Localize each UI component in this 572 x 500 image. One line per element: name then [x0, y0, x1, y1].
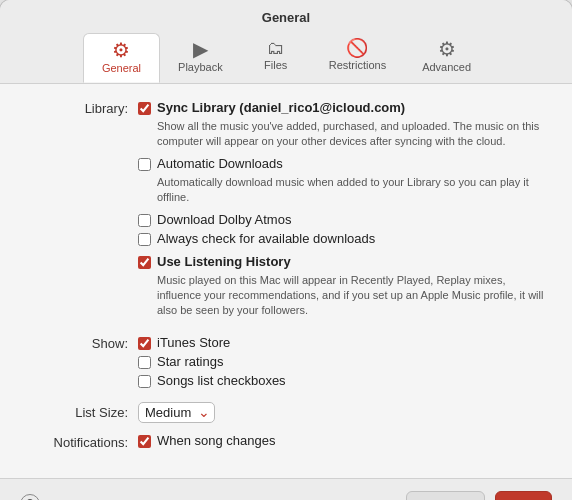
- notifications-control: When song changes: [138, 433, 544, 452]
- footer: ? Cancel OK: [0, 478, 572, 500]
- tab-general-label: General: [102, 62, 141, 74]
- sync-library-label: Sync Library (daniel_rico1@icloud.com): [157, 100, 405, 115]
- listening-history-row: Use Listening History: [138, 254, 544, 269]
- tab-playback-label: Playback: [178, 61, 223, 73]
- show-row: Show: iTunes Store Star ratings Songs li…: [28, 335, 544, 392]
- itunes-store-checkbox[interactable]: [138, 337, 151, 350]
- help-button[interactable]: ?: [20, 494, 40, 500]
- tab-advanced[interactable]: ⚙ Advanced: [404, 33, 489, 83]
- notifications-label: Notifications:: [28, 434, 138, 450]
- titlebar: General ⚙ General ▶ Playback 🗂 Files 🚫 R…: [0, 0, 572, 84]
- playback-icon: ▶: [193, 39, 208, 59]
- ok-button[interactable]: OK: [495, 491, 553, 500]
- settings-window: General ⚙ General ▶ Playback 🗂 Files 🚫 R…: [0, 0, 572, 500]
- auto-downloads-row: Automatic Downloads: [138, 156, 544, 171]
- dolby-checkbox[interactable]: [138, 214, 151, 227]
- list-size-row: List Size: Small Medium Large ⌄: [28, 402, 544, 423]
- notifications-row: Notifications: When song changes: [28, 433, 544, 452]
- auto-downloads-label: Automatic Downloads: [157, 156, 283, 171]
- song-changes-checkbox[interactable]: [138, 435, 151, 448]
- songs-checkboxes-checkbox[interactable]: [138, 375, 151, 388]
- tab-playback[interactable]: ▶ Playback: [160, 33, 241, 83]
- list-size-label: List Size:: [28, 404, 138, 420]
- auto-downloads-desc: Automatically download music when added …: [138, 175, 544, 206]
- itunes-store-row: iTunes Store: [138, 335, 544, 350]
- dolby-label: Download Dolby Atmos: [157, 212, 291, 227]
- show-controls: iTunes Store Star ratings Songs list che…: [138, 335, 544, 392]
- content-area: Library: Sync Library (daniel_rico1@iclo…: [0, 84, 572, 478]
- list-size-select-wrapper: Small Medium Large ⌄: [138, 402, 215, 423]
- available-downloads-row: Always check for available downloads: [138, 231, 544, 246]
- library-row: Library: Sync Library (daniel_rico1@iclo…: [28, 100, 544, 325]
- list-size-select[interactable]: Small Medium Large: [138, 402, 215, 423]
- star-ratings-row: Star ratings: [138, 354, 544, 369]
- library-controls: Sync Library (daniel_rico1@icloud.com) S…: [138, 100, 544, 325]
- tab-bar: ⚙ General ▶ Playback 🗂 Files 🚫 Restricti…: [83, 33, 489, 83]
- star-ratings-checkbox[interactable]: [138, 356, 151, 369]
- cancel-button[interactable]: Cancel: [406, 491, 484, 500]
- song-changes-row: When song changes: [138, 433, 544, 448]
- tab-general[interactable]: ⚙ General: [83, 33, 160, 83]
- songs-checkboxes-label: Songs list checkboxes: [157, 373, 286, 388]
- dolby-row: Download Dolby Atmos: [138, 212, 544, 227]
- list-size-control: Small Medium Large ⌄: [138, 402, 544, 423]
- available-downloads-label: Always check for available downloads: [157, 231, 375, 246]
- available-downloads-checkbox[interactable]: [138, 233, 151, 246]
- sync-library-checkbox[interactable]: [138, 102, 151, 115]
- advanced-icon: ⚙: [438, 39, 456, 59]
- song-changes-label: When song changes: [157, 433, 276, 448]
- listening-history-label: Use Listening History: [157, 254, 291, 269]
- tab-advanced-label: Advanced: [422, 61, 471, 73]
- footer-buttons: Cancel OK: [406, 491, 552, 500]
- files-icon: 🗂: [267, 39, 285, 57]
- listening-history-desc: Music played on this Mac will appear in …: [138, 273, 544, 319]
- show-label: Show:: [28, 335, 138, 351]
- itunes-store-label: iTunes Store: [157, 335, 230, 350]
- tab-files-label: Files: [264, 59, 287, 71]
- auto-downloads-checkbox[interactable]: [138, 158, 151, 171]
- tab-restrictions-label: Restrictions: [329, 59, 386, 71]
- sync-library-row: Sync Library (daniel_rico1@icloud.com): [138, 100, 544, 115]
- library-label: Library:: [28, 100, 138, 116]
- tab-restrictions[interactable]: 🚫 Restrictions: [311, 33, 404, 83]
- star-ratings-label: Star ratings: [157, 354, 223, 369]
- listening-history-checkbox[interactable]: [138, 256, 151, 269]
- restrictions-icon: 🚫: [346, 39, 368, 57]
- tab-files[interactable]: 🗂 Files: [241, 33, 311, 83]
- sync-library-desc: Show all the music you've added, purchas…: [138, 119, 544, 150]
- songs-checkboxes-row: Songs list checkboxes: [138, 373, 544, 388]
- general-icon: ⚙: [112, 40, 130, 60]
- window-title: General: [262, 10, 310, 25]
